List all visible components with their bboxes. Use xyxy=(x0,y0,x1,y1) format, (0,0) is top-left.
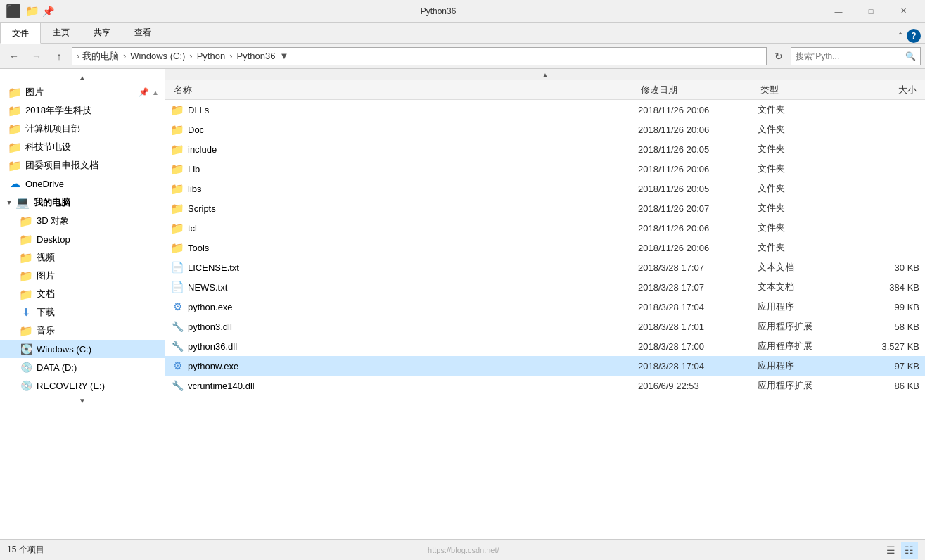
file-name-cell: 📁 libs xyxy=(171,182,638,195)
file-date-cell: 2018/3/28 17:01 xyxy=(638,322,758,332)
sidebar-label-mypc: 我的电脑 xyxy=(34,196,70,209)
file-date-cell: 2016/6/9 22:53 xyxy=(638,381,758,391)
address-dropdown-icon[interactable]: ▼ xyxy=(279,51,288,61)
computer-icon: 💻 xyxy=(15,196,30,209)
close-button[interactable]: ✕ xyxy=(887,0,919,23)
file-type-cell: 文件夹 xyxy=(758,222,849,234)
file-type-icon: 🔧 xyxy=(171,320,184,333)
ribbon-collapse-icon[interactable]: ⌃ xyxy=(897,31,904,41)
minimize-button[interactable]: — xyxy=(822,0,855,23)
sidebar-scroll-down[interactable]: ▼ xyxy=(0,395,165,406)
sidebar-item-fav1[interactable]: 📁 2018年学生科技 xyxy=(0,101,165,120)
table-row[interactable]: 📁 DLLs 2018/11/26 20:06 文件夹 xyxy=(165,100,925,120)
tab-file[interactable]: 文件 xyxy=(0,23,41,44)
search-input[interactable] xyxy=(796,51,902,61)
file-type-icon: 📄 xyxy=(171,281,184,293)
table-row[interactable]: 📁 Scripts 2018/11/26 20:07 文件夹 xyxy=(165,198,925,218)
search-box[interactable]: 🔍 xyxy=(791,47,921,65)
view-details-btn[interactable]: ☰ xyxy=(883,542,900,559)
tab-view[interactable]: 查看 xyxy=(122,22,163,43)
tab-share[interactable]: 共享 xyxy=(82,22,122,43)
sidebar-item-fav2[interactable]: 📁 计算机项目部 xyxy=(0,120,165,138)
sidebar-item-d-drive[interactable]: 💿 DATA (D:) xyxy=(0,358,165,376)
table-row[interactable]: 🔧 vcruntime140.dll 2016/6/9 22:53 应用程序扩展… xyxy=(165,376,925,395)
up-button[interactable]: ↑ xyxy=(49,46,69,66)
table-row[interactable]: 📁 Tools 2018/11/26 20:06 文件夹 xyxy=(165,238,925,257)
sidebar-label-fav2: 计算机项目部 xyxy=(25,122,80,135)
sidebar-section-mypc[interactable]: ▼ 💻 我的电脑 xyxy=(0,193,165,212)
drive-e-icon: 💿 xyxy=(20,379,32,392)
help-button[interactable]: ? xyxy=(907,29,921,43)
file-date-cell: 2018/11/26 20:07 xyxy=(638,203,758,214)
refresh-button[interactable]: ↻ xyxy=(770,47,788,65)
file-date-cell: 2018/3/28 17:04 xyxy=(638,302,758,312)
sidebar-item-video[interactable]: 📁 视频 xyxy=(0,248,165,267)
sidebar-item-fav3[interactable]: 📁 科技节电设 xyxy=(0,138,165,156)
sidebar-item-desktop[interactable]: 📁 Desktop xyxy=(0,230,165,248)
sidebar-item-fav4[interactable]: 📁 团委项目申报文档 xyxy=(0,156,165,174)
file-name-cell: 📁 tcl xyxy=(171,222,638,234)
addressbar: ← → ↑ › 我的电脑 › Windows (C:) › Python › P… xyxy=(0,44,925,69)
breadcrumb-python[interactable]: Python xyxy=(197,51,225,61)
sidebar-label-onedrive: OneDrive xyxy=(25,179,64,189)
file-list: ▲ 名称 修改日期 类型 大小 📁 DLLs 2018/11/26 20:06 … xyxy=(165,69,925,539)
table-row[interactable]: 🔧 python36.dll 2018/3/28 17:00 应用程序扩展 3,… xyxy=(165,336,925,356)
file-type-icon: ⚙ xyxy=(171,359,184,372)
table-row[interactable]: 📄 LICENSE.txt 2018/3/28 17:07 文本文档 30 KB xyxy=(165,257,925,277)
sidebar-item-c-drive[interactable]: 💽 Windows (C:) xyxy=(0,340,165,358)
sidebar-item-e-drive[interactable]: 💿 RECOVERY (E:) xyxy=(0,376,165,395)
sidebar-scroll-up[interactable]: ▲ xyxy=(0,72,165,83)
scroll-up-arrow[interactable]: ▲ xyxy=(152,89,159,96)
folder-video-icon: 📁 xyxy=(20,251,32,264)
table-row[interactable]: 📁 Lib 2018/11/26 20:06 文件夹 xyxy=(165,159,925,179)
sidebar-label-desktop: Desktop xyxy=(37,234,70,245)
file-name: pythonw.exe xyxy=(188,361,238,371)
sidebar-item-docs[interactable]: 📁 文档 xyxy=(0,285,165,303)
table-row[interactable]: ⚙ pythonw.exe 2018/3/28 17:04 应用程序 97 KB xyxy=(165,356,925,376)
maximize-button[interactable]: □ xyxy=(855,0,887,23)
table-row[interactable]: 🔧 python3.dll 2018/3/28 17:01 应用程序扩展 58 … xyxy=(165,317,925,336)
breadcrumb-c[interactable]: Windows (C:) xyxy=(130,51,185,61)
col-header-size[interactable]: 大小 xyxy=(849,84,919,96)
file-type-cell: 文件夹 xyxy=(758,103,849,116)
file-name: python.exe xyxy=(188,302,233,312)
forward-button[interactable]: → xyxy=(27,46,46,66)
file-name: vcruntime140.dll xyxy=(188,381,255,391)
file-type-cell: 文件夹 xyxy=(758,182,849,195)
sidebar-item-pics[interactable]: 📁 图片 xyxy=(0,267,165,285)
statusbar: 15 个项目 https://blog.csdn.net/ ☰ ☷ xyxy=(0,539,925,560)
col-header-name[interactable]: 名称 xyxy=(171,84,638,96)
sidebar-item-download[interactable]: ⬇ 下载 xyxy=(0,303,165,322)
folder-icon-fav3: 📁 xyxy=(8,141,21,153)
table-row[interactable]: ⚙ python.exe 2018/3/28 17:04 应用程序 99 KB xyxy=(165,297,925,317)
sidebar-item-onedrive[interactable]: ☁ OneDrive xyxy=(0,174,165,193)
breadcrumb-python36[interactable]: Python36 xyxy=(237,51,276,61)
view-list-btn[interactable]: ☷ xyxy=(901,542,918,559)
table-row[interactable]: 📁 include 2018/11/26 20:05 文件夹 xyxy=(165,139,925,159)
tab-home[interactable]: 主页 xyxy=(41,22,82,43)
ribbon-right: ⌃ ? xyxy=(897,29,925,43)
back-button[interactable]: ← xyxy=(4,46,24,66)
col-header-type[interactable]: 类型 xyxy=(758,84,849,96)
breadcrumb-mypc[interactable]: 我的电脑 xyxy=(82,50,119,63)
file-date-cell: 2018/3/28 17:07 xyxy=(638,262,758,273)
file-date-cell: 2018/11/26 20:05 xyxy=(638,184,758,194)
col-header-date[interactable]: 修改日期 xyxy=(638,84,758,96)
file-name-cell: 📁 Scripts xyxy=(171,202,638,215)
file-name: python3.dll xyxy=(188,322,232,332)
file-name-cell: 🔧 vcruntime140.dll xyxy=(171,379,638,392)
sidebar-item-music[interactable]: 📁 音乐 xyxy=(0,322,165,340)
table-row[interactable]: 📁 tcl 2018/11/26 20:06 文件夹 xyxy=(165,218,925,238)
address-box[interactable]: › 我的电脑 › Windows (C:) › Python › Python3… xyxy=(72,47,767,65)
folder-download-icon: ⬇ xyxy=(20,306,32,319)
sidebar-label-pics: 图片 xyxy=(37,269,55,282)
file-name: NEWS.txt xyxy=(188,282,227,293)
sidebar-item-pictures-pinned[interactable]: 📁 图片 📌 ▲ xyxy=(0,83,165,101)
table-row[interactable]: 📄 NEWS.txt 2018/3/28 17:07 文本文档 384 KB xyxy=(165,277,925,297)
table-row[interactable]: 📁 Doc 2018/11/26 20:06 文件夹 xyxy=(165,120,925,139)
table-row[interactable]: 📁 libs 2018/11/26 20:05 文件夹 xyxy=(165,179,925,198)
folder-icon: 📁 xyxy=(8,86,21,98)
sidebar-item-3d[interactable]: 📁 3D 对象 xyxy=(0,212,165,230)
folder-icon-fav4: 📁 xyxy=(8,159,21,172)
filelist-scroll-top[interactable]: ▲ xyxy=(165,69,925,80)
